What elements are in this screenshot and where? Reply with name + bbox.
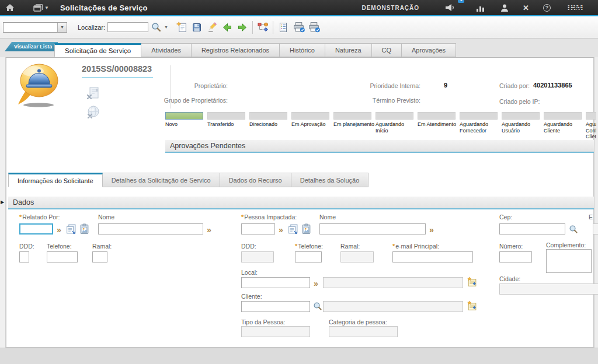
cliente-long-description-icon[interactable]: [467, 300, 478, 314]
print-icon[interactable]: [291, 20, 306, 35]
endereco-input-clipped: [593, 223, 598, 235]
sidebar-expand-icon[interactable]: ▶: [1, 200, 4, 205]
next-record-icon[interactable]: [235, 20, 250, 35]
telefone-label: Telefone:: [47, 243, 72, 250]
profile-icon[interactable]: [495, 0, 514, 15]
local-detail-chevron-icon[interactable]: »: [314, 279, 318, 288]
save-icon[interactable]: [189, 20, 204, 35]
pessoa-nome-input[interactable]: [319, 223, 426, 235]
localizar-input[interactable]: [107, 22, 148, 32]
status-box: [376, 112, 413, 120]
relatado-nome-detail-chevron-icon[interactable]: »: [207, 226, 211, 234]
tab-atividades[interactable]: Atividades: [141, 43, 192, 57]
main-tab-bar: Solicitação de Serviço Atividades Regist…: [54, 43, 456, 57]
pessoa-impactada-detail-chevron-icon[interactable]: »: [279, 226, 283, 234]
ramal-input[interactable]: [92, 251, 107, 262]
notification-badge: 1: [458, 0, 464, 3]
telefone-input[interactable]: [47, 251, 78, 262]
tab-historico[interactable]: Histórico: [280, 43, 325, 57]
localizar-label: Localizar:: [78, 24, 105, 31]
ibm-logo: IBM: [562, 0, 593, 15]
subtab-informacoes-solicitante[interactable]: Informações do Solicitante: [8, 173, 103, 187]
pessoa-impactada-input[interactable]: [241, 223, 275, 235]
tab-aprovacoes[interactable]: Aprovações: [402, 43, 456, 57]
tab-natureza[interactable]: Natureza: [325, 43, 372, 57]
required-marker: *: [19, 214, 22, 220]
cliente-search-icon[interactable]: [313, 302, 322, 313]
email-principal-input[interactable]: [392, 251, 473, 262]
pessoa-impactada-select-value-icon[interactable]: [301, 223, 312, 237]
local-input[interactable]: [241, 277, 310, 288]
ramal-label: Ramal:: [92, 243, 112, 250]
pessoa-nome-detail-chevron-icon[interactable]: »: [429, 226, 434, 234]
relatado-por-input[interactable]: [19, 223, 53, 235]
relatado-por-detail-menu-icon[interactable]: [65, 223, 77, 237]
action-select-combobox[interactable]: ▼: [3, 22, 67, 33]
attach-description-disabled-icon[interactable]: [85, 86, 100, 104]
status-box: [249, 112, 287, 120]
go-to-applications-menu-icon[interactable]: ▼: [28, 0, 54, 15]
search-options-caret-icon[interactable]: ▼: [164, 25, 168, 29]
cliente-input[interactable]: [241, 301, 310, 312]
tab-registros-relacionados[interactable]: Registros Relacionados: [192, 43, 280, 57]
pessoa-ramal-label: Ramal:: [340, 243, 360, 250]
combo-dropdown-icon[interactable]: ▼: [57, 23, 67, 32]
status-stage: Aguardando Cliente: [544, 112, 582, 139]
ddd-input[interactable]: [19, 251, 29, 262]
toolbar-separator: [273, 21, 273, 34]
new-record-icon[interactable]: [174, 20, 189, 35]
pessoa-ramal-input-disabled: [340, 251, 374, 262]
status-box: [544, 112, 582, 120]
categoria-pessoa-label: Categoria de pessoa:: [329, 318, 387, 326]
grupo-proprietarios-label: Grupo de Proprietários:: [140, 97, 228, 104]
search-icon[interactable]: [148, 20, 164, 35]
status-stage: Em Atendimento: [418, 112, 456, 139]
vertical-scrollbar[interactable]: [594, 57, 598, 348]
record-toolbar: ▼ Localizar: ▼: [0, 16, 598, 38]
pessoa-telefone-input[interactable]: [295, 251, 322, 262]
toolbar-separator: [252, 21, 253, 34]
termino-previsto-label: Término Previsto:: [327, 97, 420, 104]
relatado-por-detail-chevron-icon[interactable]: »: [57, 226, 61, 234]
local-label: Local:: [241, 269, 258, 276]
cliente-description-input-disabled: [323, 301, 463, 312]
home-icon[interactable]: [0, 0, 20, 15]
relatado-nome-input[interactable]: [98, 223, 203, 235]
sign-out-icon[interactable]: ✕: [517, 0, 534, 15]
subtab-detalhes-solicitacao[interactable]: Detalhes da Solicitação de Servico: [103, 173, 220, 187]
menu-caret-icon: ▼: [44, 5, 49, 10]
clear-changes-icon[interactable]: [204, 20, 220, 35]
pessoa-telefone-label: *Telefone:: [295, 243, 323, 250]
cep-input[interactable]: [499, 223, 565, 235]
application-title: Solicitações de Serviço: [60, 4, 148, 12]
pessoa-impactada-detail-menu-icon[interactable]: [287, 223, 298, 237]
subtab-detalhes-solucao[interactable]: Detalhes da Solução: [291, 173, 369, 187]
side-navigation-collapsed: ▶: [0, 57, 6, 348]
pessoa-impactada-label: *Pessoa Impactada:: [241, 214, 297, 220]
globe-disabled-icon[interactable]: [85, 105, 100, 123]
run-reports-icon[interactable]: [276, 20, 291, 35]
cep-label: Cep:: [499, 214, 512, 220]
cidade-label: Cidade:: [499, 275, 520, 282]
previous-record-icon[interactable]: [220, 20, 235, 35]
sub-tab-bar: Informações do Solicitante Detalhes da S…: [8, 173, 368, 187]
help-icon[interactable]: ?: [538, 0, 556, 15]
environment-label: DEMONSTRAÇÃO: [361, 5, 419, 11]
tab-solicitacao-de-servico[interactable]: Solicitação de Serviço: [54, 43, 141, 57]
subtab-dados-recurso[interactable]: Dados do Recurso: [220, 173, 291, 187]
tab-visualizar-lista[interactable]: Visualizar Lista: [5, 42, 58, 51]
cep-search-icon[interactable]: [569, 225, 578, 236]
numero-input[interactable]: [499, 251, 532, 262]
print-with-attachments-icon[interactable]: [306, 20, 321, 35]
complemento-textarea[interactable]: [546, 249, 592, 273]
workflow-icon[interactable]: [255, 20, 270, 35]
local-long-description-icon[interactable]: [467, 276, 478, 290]
tab-cq[interactable]: CQ: [372, 43, 402, 57]
reports-chart-icon[interactable]: [471, 0, 491, 15]
status-stage: Em Aprovação: [291, 112, 329, 139]
local-description-input-disabled: [323, 277, 463, 288]
relatado-por-select-value-icon[interactable]: [79, 223, 90, 237]
status-box: [586, 112, 596, 120]
tipo-pessoa-input-disabled: [241, 326, 310, 337]
announcements-icon[interactable]: 1: [439, 0, 460, 15]
